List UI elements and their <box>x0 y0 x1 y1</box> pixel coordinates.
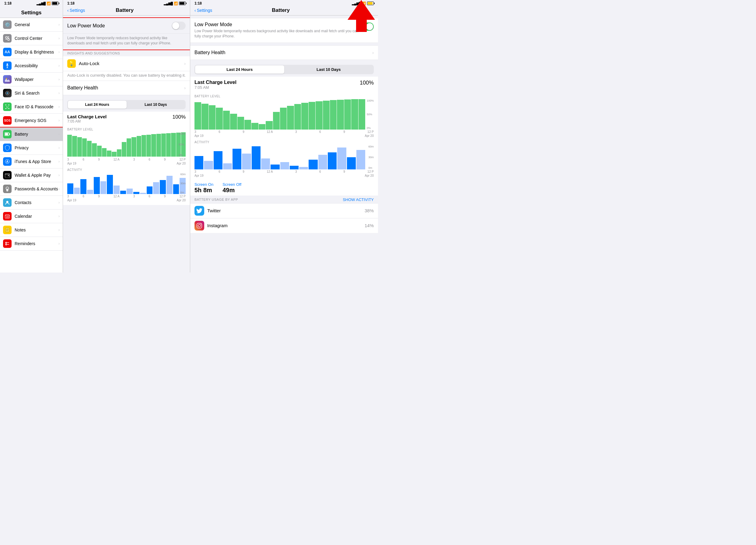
settings-item-control-center[interactable]: Control Center › <box>0 32 63 45</box>
act-bar-12 <box>140 193 146 194</box>
back-label: Settings <box>70 8 85 13</box>
wifi-icon: 📶 <box>47 2 51 5</box>
contacts-label: Contacts <box>15 200 58 205</box>
screen-on-label: Screen On <box>194 182 213 187</box>
settings-item-faceid[interactable]: Face ID & Passcode › <box>0 100 63 114</box>
settings-item-privacy[interactable]: Privacy › <box>0 141 63 155</box>
svg-point-42 <box>198 225 201 227</box>
x-label-6p: 6 <box>149 158 150 161</box>
settings-item-wallpaper[interactable]: Wallpaper › <box>0 73 63 86</box>
settings-item-general[interactable]: ⚙️ General › <box>0 18 63 32</box>
instagram-icon <box>194 221 204 231</box>
tab-24h[interactable]: Last 24 Hours <box>68 101 127 109</box>
back-chevron: ‹ <box>67 8 69 13</box>
charge-level-info: Last Charge Level 7:05 AM <box>67 114 107 124</box>
chart-x-labels: 3 6 9 12 A 3 6 9 12 P <box>67 158 186 161</box>
bar-10 <box>112 152 116 157</box>
battery-detail-back[interactable]: ‹ Settings <box>194 8 212 13</box>
settings-item-contacts[interactable]: Contacts › <box>0 196 63 210</box>
show-activity-link[interactable]: SHOW ACTIVITY <box>343 198 374 202</box>
p3-bar-8 <box>244 120 251 130</box>
battery-health-row[interactable]: Battery Health › <box>63 81 190 95</box>
battery-nav-title: Battery <box>116 7 134 13</box>
svg-point-43 <box>201 224 201 225</box>
passwords-label: Passwords & Accounts <box>15 187 58 191</box>
charge-level-label: Last Charge Level <box>67 114 107 119</box>
battery-health-row3[interactable]: Battery Health › <box>190 45 378 60</box>
p3-act-15 <box>328 152 337 170</box>
p3-act-12 <box>299 167 308 170</box>
battery-fill-p2 <box>180 2 184 5</box>
p3-activity-x-labels: 3 6 9 12 A 3 6 9 12 P <box>194 170 374 173</box>
privacy-label: Privacy <box>15 145 58 150</box>
itunes-chevron: › <box>58 159 60 164</box>
battery-level-chart-section: BATTERY LEVEL <box>63 126 190 205</box>
svg-point-8 <box>6 92 8 94</box>
settings-item-battery[interactable]: Battery › <box>0 128 63 141</box>
signal-icon-p2: ▂▄▆█ <box>164 2 173 5</box>
act-bar-9 <box>120 191 126 194</box>
settings-item-reminders[interactable]: Reminders › <box>0 237 63 251</box>
activity-bars <box>67 173 186 194</box>
p3-bar-21 <box>337 100 344 130</box>
p3-bar-16 <box>301 103 308 130</box>
y-label-50: 50% <box>179 143 186 146</box>
bar-6 <box>92 143 96 157</box>
battery-health-label: Battery Health <box>67 85 184 91</box>
battery-health-chevron-p3: › <box>372 50 374 55</box>
svg-text:A: A <box>6 160 8 163</box>
privacy-chevron: › <box>58 146 60 150</box>
low-power-section-outline: Low Power Mode Low Power Mode temporaril… <box>63 18 190 50</box>
p3-y-labels: 100% 50% 0% <box>367 99 374 130</box>
y-label-100: 100% <box>179 132 186 135</box>
p3-tab-24h[interactable]: Last 24 Hours <box>195 65 284 74</box>
charge-time: 7:05 AM <box>67 119 107 124</box>
reminders-label: Reminders <box>15 241 58 246</box>
p3-tab-10d[interactable]: Last 10 Days <box>284 65 373 74</box>
settings-item-accessibility[interactable]: Accessibility › <box>0 59 63 73</box>
settings-item-emergency[interactable]: SOS Emergency SOS › <box>0 114 63 128</box>
svg-rect-11 <box>5 108 6 109</box>
settings-item-siri[interactable]: Siri & Search › <box>0 86 63 100</box>
settings-item-calendar[interactable]: 19 Calendar › <box>0 210 63 223</box>
p3-bar-22 <box>344 100 351 130</box>
auto-lock-row[interactable]: 💡 Auto-Lock › <box>63 56 190 71</box>
act-bar-15 <box>160 180 166 194</box>
p3-act-10 <box>280 162 289 170</box>
activity-header: ACTIVITY <box>67 168 186 172</box>
date-apr19: Apr 19 <box>67 162 76 165</box>
p3-bar-15 <box>294 104 301 130</box>
p3-bar-6 <box>230 114 237 130</box>
low-power-toggle[interactable] <box>172 22 186 30</box>
settings-item-passwords[interactable]: Passwords & Accounts › <box>0 182 63 196</box>
act-y-0m: 0m <box>180 191 186 194</box>
calendar-label: Calendar <box>15 214 58 219</box>
settings-item-wallet[interactable]: Wallet & Apple Pay › <box>0 169 63 182</box>
low-power-label: Low Power Mode <box>67 23 172 29</box>
reminders-chevron: › <box>58 242 60 246</box>
battery-back-button[interactable]: ‹ Settings <box>67 8 85 13</box>
settings-item-display[interactable]: AA Display & Brightness › <box>0 45 63 59</box>
settings-item-itunes[interactable]: A iTunes & App Store › <box>0 155 63 169</box>
bar-1 <box>67 135 72 157</box>
svg-rect-2 <box>8 38 9 38</box>
bar-20 <box>161 134 166 157</box>
settings-item-notes[interactable]: Notes › <box>0 223 63 237</box>
accessibility-chevron: › <box>58 64 60 68</box>
back-chevron-p3: ‹ <box>194 8 196 13</box>
x-label-3p: 3 <box>133 158 135 161</box>
act-bar-5 <box>94 177 100 194</box>
time-panel3: 1:18 <box>194 1 202 5</box>
emergency-icon: SOS <box>3 116 12 125</box>
tab-10d[interactable]: Last 10 Days <box>127 101 185 109</box>
activity-chart: 60m 30m 0m <box>67 173 186 194</box>
act-bar-8 <box>114 186 120 194</box>
toggle-knob <box>172 22 179 29</box>
bar-12 <box>122 142 126 157</box>
battery-label: Battery <box>15 132 58 137</box>
p3-tabs: Last 24 Hours Last 10 Days <box>194 65 374 74</box>
activity-x-labels: 3 6 9 12 A 3 6 9 12 P <box>67 195 186 198</box>
general-icon: ⚙️ <box>3 20 12 29</box>
notes-label: Notes <box>15 228 58 232</box>
time-panel2: 1:18 <box>67 1 75 5</box>
